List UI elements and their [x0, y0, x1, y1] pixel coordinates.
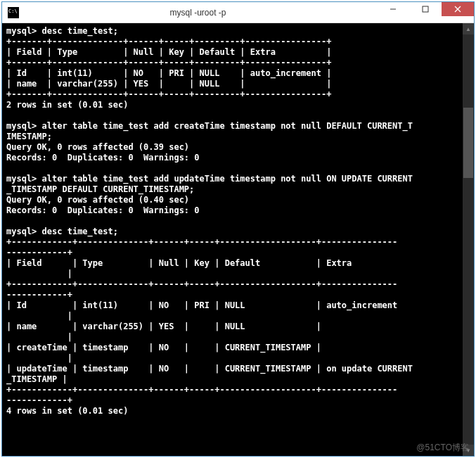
terminal-area: mysql> desc time_test; +-------+--------…	[2, 23, 474, 456]
terminal-line: 2 rows in set (0.01 sec)	[6, 100, 128, 110]
terminal-line: mysql> desc time_test;	[6, 26, 118, 36]
minimize-button[interactable]	[377, 2, 409, 16]
terminal-line: +-------+--------------+------+-----+---…	[6, 89, 331, 99]
terminal-line: IMESTAMP;	[6, 132, 52, 141]
terminal-line: mysql> desc time_test;	[6, 227, 118, 236]
terminal-line: +------------+--------------+------+----…	[6, 237, 397, 247]
scrollbar[interactable]: ▲ ▼	[463, 23, 474, 456]
terminal-window: mysql -uroot -p mysql> desc time_test; +…	[1, 1, 475, 457]
terminal-line: +-------+--------------+------+-----+---…	[6, 58, 331, 68]
terminal-line: | Id | int(11) | NO | PRI | NULL | auto_…	[6, 68, 331, 78]
terminal-line: | Id | int(11) | NO | PRI | NULL | auto_…	[6, 300, 397, 310]
terminal-line: | name | varchar(255) | YES | | NULL | |	[6, 79, 331, 89]
terminal-line: ------------+	[6, 395, 72, 405]
terminal-line: 4 rows in set (0.01 sec)	[6, 406, 128, 416]
terminal-line: | Field | Type | Null | Key | Default | …	[6, 47, 331, 57]
terminal-line: |	[6, 332, 72, 342]
terminal-line: _TIMESTAMP |	[6, 374, 67, 384]
terminal-line: +-------+--------------+------+-----+---…	[6, 37, 331, 46]
terminal-line: _TIMESTAMP DEFAULT CURRENT_TIMESTAMP;	[6, 184, 194, 194]
maximize-button[interactable]	[409, 2, 442, 16]
terminal-line: | name | varchar(255) | YES | | NULL |	[6, 322, 321, 331]
terminal-line: Query OK, 0 rows affected (0.40 sec)	[6, 195, 189, 205]
terminal-line: | Field | Type | Null | Key | Default | …	[6, 258, 352, 268]
terminal-line: |	[6, 353, 72, 363]
terminal-line: |	[6, 269, 72, 279]
terminal-line: ------------+	[6, 248, 72, 257]
terminal-line: Records: 0 Duplicates: 0 Warnings: 0	[6, 153, 200, 163]
terminal-line: mysql> alter table time_test add updateT…	[6, 174, 413, 184]
cmd-icon	[8, 7, 19, 18]
terminal-line: Query OK, 0 rows affected (0.39 sec)	[6, 142, 189, 152]
watermark: @51CTO博客	[416, 442, 469, 454]
terminal-line: | updateTime | timestamp | NO | | CURREN…	[6, 364, 413, 374]
terminal-line: | createTime | timestamp | NO | | CURREN…	[6, 343, 321, 352]
terminal-line: +------------+--------------+------+----…	[6, 279, 397, 289]
scroll-up-icon[interactable]: ▲	[463, 23, 474, 34]
titlebar[interactable]: mysql -uroot -p	[2, 2, 474, 23]
svg-rect-1	[423, 6, 428, 12]
terminal-line: +------------+--------------+------+----…	[6, 385, 397, 395]
window-title: mysql -uroot -p	[19, 8, 377, 18]
close-button[interactable]	[442, 2, 474, 16]
terminal-line: ------------+	[6, 290, 72, 300]
terminal-output[interactable]: mysql> desc time_test; +-------+--------…	[2, 23, 463, 456]
terminal-line: |	[6, 311, 72, 321]
window-controls	[377, 2, 474, 23]
scroll-thumb[interactable]	[463, 108, 473, 178]
terminal-line: Records: 0 Duplicates: 0 Warnings: 0	[6, 205, 200, 215]
terminal-line: mysql> alter table time_test add createT…	[6, 121, 413, 131]
